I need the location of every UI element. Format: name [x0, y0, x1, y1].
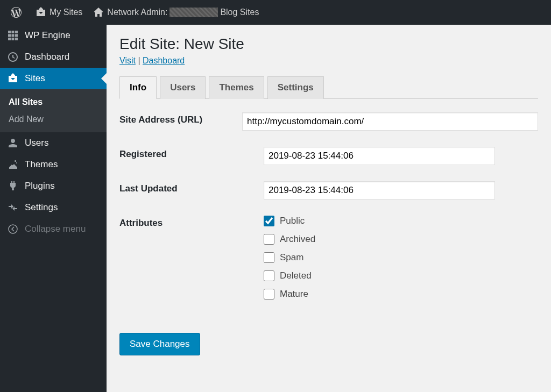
svg-rect-6: [8, 38, 11, 40]
dashboard-link[interactable]: Dashboard: [143, 56, 185, 65]
tab-info[interactable]: Info: [119, 76, 157, 99]
my-sites-label: My Sites: [50, 8, 82, 17]
network-admin-link[interactable]: Network Admin: Blog Sites: [88, 0, 264, 25]
sidebar-item-label: Dashboard: [25, 52, 69, 62]
svg-rect-8: [15, 38, 18, 40]
svg-rect-2: [15, 31, 18, 33]
svg-rect-5: [15, 34, 18, 37]
attribute-spam-checkbox[interactable]: [264, 252, 274, 263]
visit-link[interactable]: Visit: [119, 56, 136, 65]
attribute-public-checkbox[interactable]: [264, 216, 274, 226]
redacted-site-name: [169, 8, 218, 17]
sidebar-item-label: Collapse menu: [25, 224, 86, 234]
wordpress-icon: [11, 7, 22, 18]
sidebar-item-label: Settings: [25, 202, 58, 213]
sidebar-item-label: WP Engine: [25, 30, 70, 41]
attribute-deleted-checkbox[interactable]: [264, 270, 274, 281]
svg-rect-4: [12, 34, 15, 37]
sites-icon: [6, 73, 19, 84]
wpengine-icon: [6, 30, 19, 41]
nav-tabs: Info Users Themes Settings: [119, 76, 538, 99]
registered-label: Registered: [119, 147, 264, 165]
attribute-deleted-label: Deleted: [280, 270, 312, 281]
attributes-label: Attributes: [119, 216, 264, 307]
svg-rect-0: [8, 31, 11, 33]
sidebar-item-sites[interactable]: Sites: [0, 68, 107, 89]
attribute-mature-label: Mature: [280, 289, 308, 300]
sites-icon: [36, 7, 46, 18]
sidebar-item-label: Themes: [25, 159, 58, 170]
themes-icon: [6, 159, 19, 170]
sites-submenu: All Sites Add New: [0, 89, 107, 132]
sidebar-item-wpengine[interactable]: WP Engine: [0, 25, 107, 46]
sidebar-item-label: Sites: [25, 73, 45, 84]
tab-users[interactable]: Users: [160, 76, 206, 99]
attribute-public-label: Public: [280, 216, 305, 226]
sidebar-item-label: Users: [25, 138, 48, 148]
admin-bar: My Sites Network Admin: Blog Sites: [0, 0, 551, 25]
sidebar-item-dashboard[interactable]: Dashboard: [0, 46, 107, 68]
tab-themes[interactable]: Themes: [209, 76, 264, 99]
site-address-input[interactable]: [242, 112, 538, 131]
my-sites-link[interactable]: My Sites: [30, 0, 88, 25]
attribute-archived-checkbox[interactable]: [264, 234, 274, 245]
site-address-label: Site Address (URL): [119, 112, 242, 131]
admin-sidebar: WP Engine Dashboard Sites All Sites Add …: [0, 25, 107, 392]
page-sublinks: Visit | Dashboard: [119, 56, 538, 66]
last-updated-input[interactable]: [264, 181, 495, 199]
settings-icon: [6, 202, 19, 213]
submenu-add-new[interactable]: Add New: [0, 111, 107, 128]
attribute-archived-label: Archived: [280, 234, 315, 245]
submenu-all-sites[interactable]: All Sites: [0, 94, 107, 111]
sidebar-item-settings[interactable]: Settings: [0, 197, 107, 218]
sidebar-item-plugins[interactable]: Plugins: [0, 175, 107, 197]
home-icon: [93, 7, 104, 18]
users-icon: [6, 138, 19, 148]
svg-rect-7: [12, 38, 15, 40]
plugins-icon: [6, 181, 19, 191]
network-admin-suffix: Blog Sites: [220, 8, 259, 17]
sidebar-item-users[interactable]: Users: [0, 132, 107, 154]
svg-rect-1: [12, 31, 15, 33]
svg-rect-3: [8, 34, 11, 37]
main-content: Edit Site: New Site Visit | Dashboard In…: [107, 25, 551, 392]
registered-input[interactable]: [264, 147, 495, 165]
save-button[interactable]: Save Changes: [119, 333, 200, 355]
sidebar-collapse[interactable]: Collapse menu: [0, 218, 107, 240]
network-admin-label: Network Admin:: [107, 8, 167, 17]
wordpress-logo[interactable]: [5, 0, 30, 25]
collapse-icon: [6, 224, 19, 234]
page-title: Edit Site: New Site: [119, 35, 538, 53]
dashboard-icon: [6, 52, 19, 62]
sidebar-item-themes[interactable]: Themes: [0, 154, 107, 175]
attribute-mature-checkbox[interactable]: [264, 289, 274, 300]
tab-settings[interactable]: Settings: [267, 76, 324, 99]
last-updated-label: Last Updated: [119, 181, 264, 199]
svg-point-9: [9, 225, 17, 233]
attribute-spam-label: Spam: [280, 252, 303, 263]
sidebar-item-label: Plugins: [25, 181, 55, 191]
